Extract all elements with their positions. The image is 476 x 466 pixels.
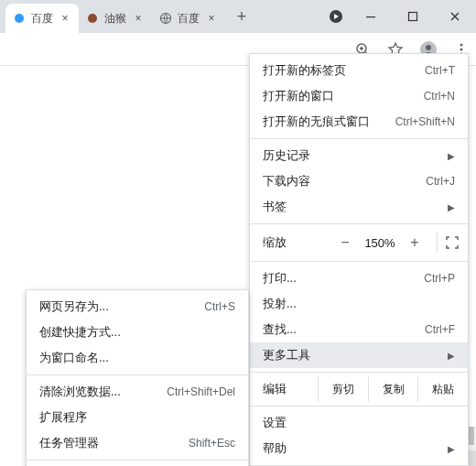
tab-title: 百度 [31,11,53,27]
chevron-right-icon: ▶ [448,151,455,161]
menu-new-tab[interactable]: 打开新的标签页Ctrl+T [250,58,468,83]
more-tools-submenu: 网页另存为...Ctrl+S 创建快捷方式... 为窗口命名... 清除浏览数据… [26,289,249,466]
globe-icon [159,12,172,25]
menu-separator [27,460,248,461]
tab-1[interactable]: 油猴 × [79,4,152,33]
submenu-extensions[interactable]: 扩展程序 [27,405,248,430]
zoom-value: 150% [360,236,400,250]
submenu-name-window[interactable]: 为窗口命名... [27,345,248,371]
zoom-out-button[interactable]: − [334,232,356,254]
menu-history[interactable]: 历史记录▶ [250,143,468,168]
submenu-create-shortcut[interactable]: 创建快捷方式... [27,320,248,345]
chevron-right-icon: ▶ [448,444,455,454]
chevron-right-icon: ▶ [448,351,455,361]
minimize-button[interactable] [350,0,392,33]
zoom-label: 缩放 [263,234,329,251]
menu-edit-row: 编辑 剪切 复制 粘贴 [250,376,468,402]
menu-cast[interactable]: 投射... [250,291,468,317]
favicon-icon [13,12,26,25]
menu-separator [250,372,468,373]
svg-point-8 [426,45,431,50]
submenu-task-manager[interactable]: 任务管理器Shift+Esc [27,430,248,456]
menu-separator [250,138,468,139]
svg-point-1 [88,14,97,23]
menu-new-window[interactable]: 打开新的窗口Ctrl+N [250,83,468,109]
window-controls [322,0,476,33]
fullscreen-icon[interactable] [437,232,459,254]
tab-0[interactable]: 百度 × [5,4,79,33]
submenu-save-as[interactable]: 网页另存为...Ctrl+S [27,294,248,320]
menu-separator [250,406,468,406]
favicon-icon [86,12,99,25]
menu-separator [250,223,468,224]
cut-button[interactable]: 剪切 [319,376,369,402]
titlebar: 百度 × 油猴 × 百度 × + [0,0,476,33]
paste-button[interactable]: 粘贴 [418,376,468,402]
edit-label: 编辑 [263,381,318,397]
svg-rect-5 [409,13,417,21]
close-icon[interactable]: × [205,12,218,25]
menu-help[interactable]: 帮助▶ [250,436,468,461]
menu-more-tools[interactable]: 更多工具▶ [250,342,468,368]
zoom-in-button[interactable]: + [404,232,426,254]
new-tab-button[interactable]: + [229,4,254,29]
menu-downloads[interactable]: 下载内容Ctrl+J [250,168,468,194]
menu-separator [27,374,248,375]
tab-title: 油猴 [104,11,126,27]
menu-settings[interactable]: 设置 [250,410,468,436]
menu-print[interactable]: 打印...Ctrl+P [250,266,468,291]
chevron-right-icon: ▶ [448,202,455,212]
close-icon[interactable]: × [132,12,145,25]
menu-find[interactable]: 查找...Ctrl+F [250,317,468,342]
media-indicator-icon[interactable] [322,0,350,33]
tab-title: 百度 [178,11,200,27]
svg-rect-4 [366,16,375,17]
maximize-button[interactable] [392,0,434,33]
svg-point-9 [460,43,463,46]
main-menu: 打开新的标签页Ctrl+T 打开新的窗口Ctrl+N 打开新的无痕式窗口Ctrl… [249,53,469,466]
tab-strip: 百度 × 油猴 × 百度 × + [0,4,322,33]
tab-2[interactable]: 百度 × [152,4,225,33]
submenu-clear-data[interactable]: 清除浏览数据...Ctrl+Shift+Del [27,379,248,405]
close-window-button[interactable] [434,0,476,33]
menu-incognito[interactable]: 打开新的无痕式窗口Ctrl+Shift+N [250,109,468,135]
menu-bookmarks[interactable]: 书签▶ [250,194,468,220]
menu-zoom-row: 缩放 − 150% + [250,228,468,257]
svg-point-10 [460,48,463,50]
svg-point-0 [15,14,24,23]
menu-separator [250,261,468,262]
close-icon[interactable]: × [59,12,71,25]
copy-button[interactable]: 复制 [369,376,419,402]
